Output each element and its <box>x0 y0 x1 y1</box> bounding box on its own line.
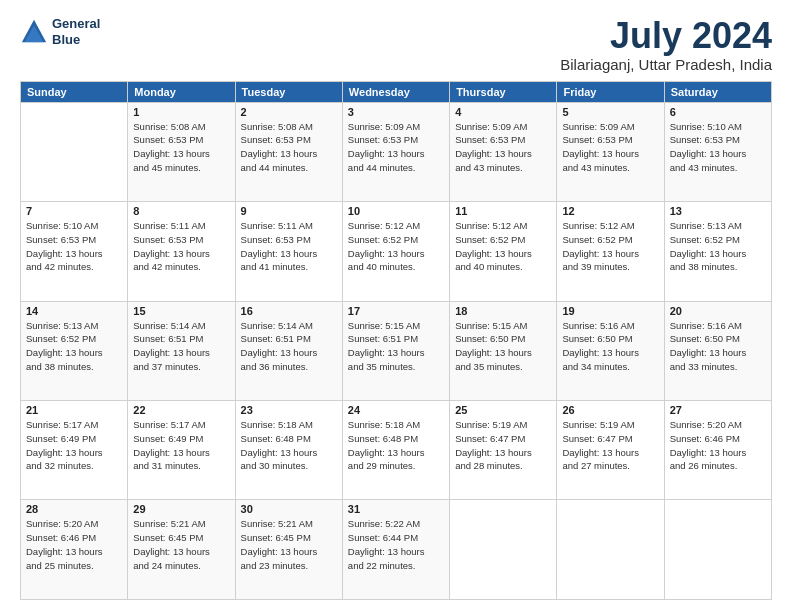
table-row: 4Sunrise: 5:09 AM Sunset: 6:53 PM Daylig… <box>450 102 557 201</box>
col-tuesday: Tuesday <box>235 81 342 102</box>
calendar-week-row: 7Sunrise: 5:10 AM Sunset: 6:53 PM Daylig… <box>21 202 772 301</box>
col-sunday: Sunday <box>21 81 128 102</box>
table-row: 20Sunrise: 5:16 AM Sunset: 6:50 PM Dayli… <box>664 301 771 400</box>
table-row <box>21 102 128 201</box>
calendar-week-row: 14Sunrise: 5:13 AM Sunset: 6:52 PM Dayli… <box>21 301 772 400</box>
table-row: 19Sunrise: 5:16 AM Sunset: 6:50 PM Dayli… <box>557 301 664 400</box>
table-row: 22Sunrise: 5:17 AM Sunset: 6:49 PM Dayli… <box>128 401 235 500</box>
table-row: 12Sunrise: 5:12 AM Sunset: 6:52 PM Dayli… <box>557 202 664 301</box>
table-row: 11Sunrise: 5:12 AM Sunset: 6:52 PM Dayli… <box>450 202 557 301</box>
main-title: July 2024 <box>560 16 772 56</box>
header: General Blue July 2024 Bilariaganj, Utta… <box>20 16 772 73</box>
table-row: 2Sunrise: 5:08 AM Sunset: 6:53 PM Daylig… <box>235 102 342 201</box>
table-row: 31Sunrise: 5:22 AM Sunset: 6:44 PM Dayli… <box>342 500 449 600</box>
table-row: 28Sunrise: 5:20 AM Sunset: 6:46 PM Dayli… <box>21 500 128 600</box>
col-saturday: Saturday <box>664 81 771 102</box>
calendar-week-row: 21Sunrise: 5:17 AM Sunset: 6:49 PM Dayli… <box>21 401 772 500</box>
table-row: 16Sunrise: 5:14 AM Sunset: 6:51 PM Dayli… <box>235 301 342 400</box>
table-row: 30Sunrise: 5:21 AM Sunset: 6:45 PM Dayli… <box>235 500 342 600</box>
table-row: 26Sunrise: 5:19 AM Sunset: 6:47 PM Dayli… <box>557 401 664 500</box>
table-row <box>450 500 557 600</box>
logo-icon <box>20 18 48 46</box>
table-row <box>664 500 771 600</box>
table-row: 6Sunrise: 5:10 AM Sunset: 6:53 PM Daylig… <box>664 102 771 201</box>
table-row: 14Sunrise: 5:13 AM Sunset: 6:52 PM Dayli… <box>21 301 128 400</box>
table-row: 15Sunrise: 5:14 AM Sunset: 6:51 PM Dayli… <box>128 301 235 400</box>
calendar-week-row: 1Sunrise: 5:08 AM Sunset: 6:53 PM Daylig… <box>21 102 772 201</box>
page: General Blue July 2024 Bilariaganj, Utta… <box>0 0 792 612</box>
title-block: July 2024 Bilariaganj, Uttar Pradesh, In… <box>560 16 772 73</box>
table-row: 9Sunrise: 5:11 AM Sunset: 6:53 PM Daylig… <box>235 202 342 301</box>
table-row <box>557 500 664 600</box>
logo: General Blue <box>20 16 100 47</box>
table-row: 24Sunrise: 5:18 AM Sunset: 6:48 PM Dayli… <box>342 401 449 500</box>
calendar-header-row: Sunday Monday Tuesday Wednesday Thursday… <box>21 81 772 102</box>
table-row: 1Sunrise: 5:08 AM Sunset: 6:53 PM Daylig… <box>128 102 235 201</box>
table-row: 27Sunrise: 5:20 AM Sunset: 6:46 PM Dayli… <box>664 401 771 500</box>
table-row: 25Sunrise: 5:19 AM Sunset: 6:47 PM Dayli… <box>450 401 557 500</box>
table-row: 18Sunrise: 5:15 AM Sunset: 6:50 PM Dayli… <box>450 301 557 400</box>
table-row: 21Sunrise: 5:17 AM Sunset: 6:49 PM Dayli… <box>21 401 128 500</box>
table-row: 3Sunrise: 5:09 AM Sunset: 6:53 PM Daylig… <box>342 102 449 201</box>
col-friday: Friday <box>557 81 664 102</box>
table-row: 10Sunrise: 5:12 AM Sunset: 6:52 PM Dayli… <box>342 202 449 301</box>
subtitle: Bilariaganj, Uttar Pradesh, India <box>560 56 772 73</box>
table-row: 8Sunrise: 5:11 AM Sunset: 6:53 PM Daylig… <box>128 202 235 301</box>
table-row: 7Sunrise: 5:10 AM Sunset: 6:53 PM Daylig… <box>21 202 128 301</box>
table-row: 5Sunrise: 5:09 AM Sunset: 6:53 PM Daylig… <box>557 102 664 201</box>
logo-text: General Blue <box>52 16 100 47</box>
col-wednesday: Wednesday <box>342 81 449 102</box>
col-monday: Monday <box>128 81 235 102</box>
table-row: 23Sunrise: 5:18 AM Sunset: 6:48 PM Dayli… <box>235 401 342 500</box>
table-row: 17Sunrise: 5:15 AM Sunset: 6:51 PM Dayli… <box>342 301 449 400</box>
table-row: 29Sunrise: 5:21 AM Sunset: 6:45 PM Dayli… <box>128 500 235 600</box>
calendar-week-row: 28Sunrise: 5:20 AM Sunset: 6:46 PM Dayli… <box>21 500 772 600</box>
col-thursday: Thursday <box>450 81 557 102</box>
table-row: 13Sunrise: 5:13 AM Sunset: 6:52 PM Dayli… <box>664 202 771 301</box>
calendar-table: Sunday Monday Tuesday Wednesday Thursday… <box>20 81 772 600</box>
